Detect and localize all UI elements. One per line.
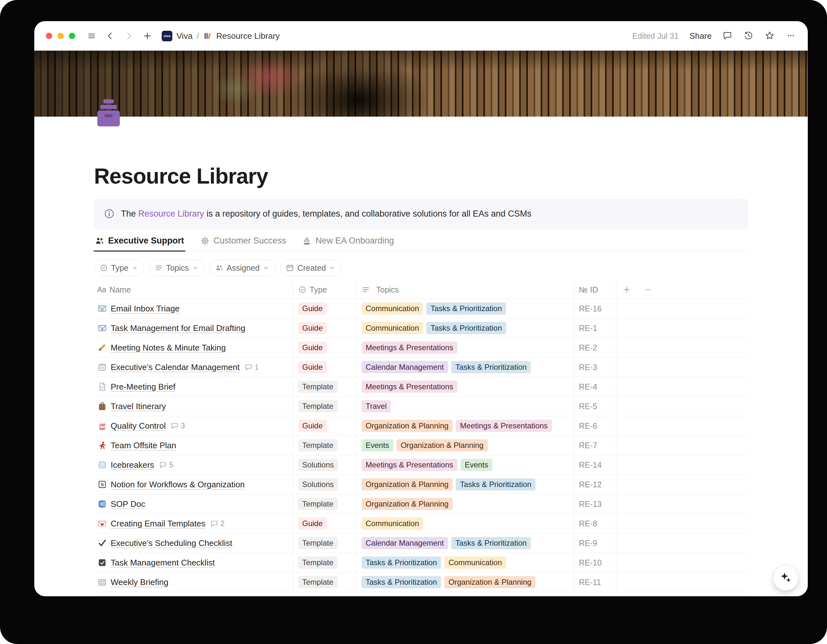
page-link[interactable]: Creating Email Templates (111, 519, 206, 529)
type-tag[interactable]: Guide (298, 361, 327, 373)
type-tag[interactable]: Solutions (298, 478, 338, 491)
type-tag[interactable]: Guide (298, 420, 327, 432)
workspace-logo[interactable]: viva (162, 31, 172, 41)
back-icon[interactable] (105, 30, 115, 41)
type-tag[interactable]: Template (298, 498, 338, 510)
callout-page-link[interactable]: Resource Library (138, 209, 204, 219)
minimize-window-button[interactable] (57, 33, 64, 39)
row-spacer-cell (637, 475, 658, 494)
page-link[interactable]: Pre-Meeting Brief (111, 382, 176, 392)
topic-tag[interactable]: Tasks & Prioritization (362, 576, 442, 588)
topic-tag[interactable]: Organization & Planning (396, 439, 488, 452)
page-link[interactable]: Email Inbox Triage (111, 304, 180, 314)
tab-customer-success[interactable]: Customer Success (200, 236, 286, 251)
topic-tag[interactable]: Meetings & Presentations (362, 342, 457, 354)
topic-tag[interactable]: Tasks & Prioritization (426, 302, 506, 315)
page-link[interactable]: Executive’s Scheduling Checklist (111, 538, 232, 548)
type-tag[interactable]: Template (298, 556, 338, 569)
page-link[interactable]: Task Management Checklist (111, 558, 215, 568)
page-archive-icon[interactable] (92, 97, 125, 130)
filter-created[interactable]: Created (280, 259, 342, 276)
topic-tag[interactable]: Calendar Management (362, 361, 448, 373)
close-window-button[interactable] (46, 33, 52, 39)
topic-tag[interactable]: Meetings & Presentations (362, 381, 457, 393)
new-page-icon[interactable] (142, 30, 153, 41)
name-cell: @Task Management for Email Drafting (94, 319, 293, 338)
tab-new-ea-onboarding[interactable]: New EA Onboarding (302, 236, 394, 251)
filter-assigned[interactable]: Assigned (210, 259, 275, 276)
tab-executive-support[interactable]: Executive Support (95, 236, 184, 251)
topic-tag[interactable]: Calendar Management (362, 537, 448, 549)
column-header-type[interactable]: Type (293, 281, 356, 299)
type-tag[interactable]: Solutions (298, 459, 338, 471)
type-tag[interactable]: Template (298, 537, 338, 549)
favorite-star-icon[interactable] (765, 31, 775, 41)
topic-tag[interactable]: Tasks & Prioritization (362, 556, 442, 569)
topic-tag[interactable]: Travel (362, 400, 391, 413)
page-link[interactable]: Team Offsite Plan (111, 441, 176, 450)
comment-count[interactable]: 5 (159, 461, 173, 469)
type-tag[interactable]: Guide (298, 517, 327, 530)
row-id: RE-16 (579, 304, 602, 313)
type-tag[interactable]: Template (298, 381, 338, 393)
add-column-button[interactable] (616, 281, 637, 299)
row-spacer-cell (637, 338, 658, 357)
comment-count[interactable]: 3 (171, 422, 185, 430)
type-tag[interactable]: Guide (298, 322, 327, 334)
topic-tag[interactable]: Communication (444, 556, 506, 569)
topic-tag[interactable]: Tasks & Prioritization (451, 361, 531, 373)
page-link[interactable]: Notion for Workflows & Organization (111, 480, 245, 489)
ai-assistant-button[interactable] (773, 566, 798, 591)
page-link[interactable]: Travel Itinerary (111, 402, 166, 411)
breadcrumb-workspace[interactable]: Viva (176, 31, 192, 41)
topic-tag[interactable]: Tasks & Prioritization (451, 537, 531, 549)
table-options-button[interactable] (637, 281, 658, 299)
topic-tag[interactable]: Organization & Planning (444, 576, 535, 588)
page-link[interactable]: Weekly Briefing (111, 577, 169, 587)
filter-type[interactable]: Type (94, 259, 144, 276)
name-cell: 100Quality Control3 (94, 416, 293, 435)
page-link[interactable]: Icebreakers (111, 460, 154, 470)
name-cell: Executive’s Scheduling Checklist (94, 533, 293, 553)
page-link[interactable]: SOP Doc (111, 499, 145, 509)
breadcrumb-page[interactable]: Resource Library (216, 31, 279, 41)
sidebar-toggle-icon[interactable] (86, 30, 97, 41)
column-header-id[interactable]: № ID (574, 281, 616, 299)
topic-tag[interactable]: Tasks & Prioritization (426, 322, 506, 334)
cover-image (34, 51, 808, 117)
type-tag[interactable]: Template (298, 439, 338, 452)
filter-topics[interactable]: Topics (149, 259, 205, 276)
page-link[interactable]: Executive’s Calendar Management (111, 363, 240, 372)
topic-tag[interactable]: Communication (362, 302, 423, 315)
comments-icon[interactable] (722, 31, 733, 41)
history-icon[interactable] (744, 31, 754, 41)
type-tag[interactable]: Guide (298, 342, 327, 354)
column-header-name[interactable]: Aa Name (94, 281, 293, 299)
topic-tag[interactable]: Communication (362, 517, 423, 530)
topic-tag[interactable]: Meetings & Presentations (456, 420, 552, 432)
forward-icon[interactable] (123, 30, 134, 41)
topic-tag[interactable]: Events (460, 459, 492, 471)
type-tag[interactable]: Template (298, 576, 338, 588)
page-title: Resource Library (94, 117, 748, 188)
topic-tag[interactable]: Events (362, 439, 393, 452)
comment-count[interactable]: 2 (211, 519, 225, 528)
more-options-icon[interactable] (786, 31, 796, 41)
topic-tag[interactable]: Organization & Planning (362, 420, 453, 432)
share-button[interactable]: Share (690, 31, 712, 41)
column-header-topics[interactable]: Topics (356, 281, 574, 299)
chevron-down-icon (263, 265, 269, 271)
topic-tag[interactable]: Organization & Planning (362, 498, 453, 510)
type-tag[interactable]: Template (298, 400, 338, 413)
comment-count[interactable]: 1 (245, 363, 259, 372)
page-link[interactable]: Meeting Notes & Minute Taking (111, 343, 226, 353)
topic-tag[interactable]: Communication (362, 322, 423, 334)
row-spacer-cell (616, 572, 637, 592)
page-link[interactable]: Task Management for Email Drafting (111, 323, 246, 333)
type-tag[interactable]: Guide (298, 302, 327, 315)
topic-tag[interactable]: Meetings & Presentations (362, 459, 457, 471)
topic-tag[interactable]: Organization & Planning (362, 478, 453, 491)
topic-tag[interactable]: Tasks & Prioritization (456, 478, 535, 491)
zoom-window-button[interactable] (69, 33, 75, 39)
page-link[interactable]: Quality Control (111, 421, 166, 431)
